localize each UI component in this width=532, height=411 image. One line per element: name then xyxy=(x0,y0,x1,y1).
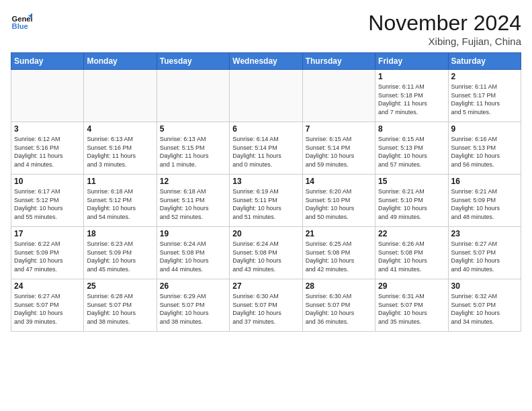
day-info: Sunrise: 6:29 AMSunset: 5:07 PMDaylight:… xyxy=(160,292,226,326)
day-number: 2 xyxy=(451,72,518,81)
day-number: 18 xyxy=(87,229,153,238)
day-number: 13 xyxy=(232,177,299,186)
calendar-cell: 8Sunrise: 6:15 AMSunset: 5:13 PMDaylight… xyxy=(375,122,448,175)
day-info: Sunrise: 6:18 AMSunset: 5:12 PMDaylight:… xyxy=(87,187,153,221)
calendar-cell: 16Sunrise: 6:21 AMSunset: 5:09 PMDayligh… xyxy=(448,175,521,227)
day-info: Sunrise: 6:27 AMSunset: 5:07 PMDaylight:… xyxy=(14,292,81,326)
calendar-week-4: 24Sunrise: 6:27 AMSunset: 5:07 PMDayligh… xyxy=(11,279,521,332)
day-info: Sunrise: 6:14 AMSunset: 5:14 PMDaylight:… xyxy=(232,135,299,169)
day-info: Sunrise: 6:21 AMSunset: 5:09 PMDaylight:… xyxy=(451,187,518,221)
calendar-cell: 3Sunrise: 6:12 AMSunset: 5:16 PMDaylight… xyxy=(11,122,84,175)
svg-text:Blue: Blue xyxy=(12,22,28,30)
day-number: 6 xyxy=(232,124,299,134)
day-number: 5 xyxy=(160,124,226,134)
day-info: Sunrise: 6:13 AMSunset: 5:15 PMDaylight:… xyxy=(160,135,226,169)
calendar-cell: 17Sunrise: 6:22 AMSunset: 5:09 PMDayligh… xyxy=(11,227,84,279)
col-monday: Monday xyxy=(84,53,157,70)
day-info: Sunrise: 6:19 AMSunset: 5:11 PMDaylight:… xyxy=(232,187,299,221)
calendar-cell: 4Sunrise: 6:13 AMSunset: 5:16 PMDaylight… xyxy=(84,122,157,175)
day-number: 29 xyxy=(378,281,445,291)
calendar-cell: 30Sunrise: 6:32 AMSunset: 5:07 PMDayligh… xyxy=(448,279,521,332)
calendar-cell xyxy=(11,70,84,122)
day-number: 27 xyxy=(232,281,299,291)
calendar-header-row: Sunday Monday Tuesday Wednesday Thursday… xyxy=(11,53,521,70)
calendar-cell xyxy=(302,70,375,122)
day-info: Sunrise: 6:30 AMSunset: 5:07 PMDaylight:… xyxy=(232,292,299,326)
calendar-cell xyxy=(230,70,302,122)
day-number: 17 xyxy=(14,229,81,238)
day-info: Sunrise: 6:15 AMSunset: 5:14 PMDaylight:… xyxy=(306,135,372,169)
day-info: Sunrise: 6:11 AMSunset: 5:18 PMDaylight:… xyxy=(378,83,445,116)
calendar-cell: 22Sunrise: 6:26 AMSunset: 5:08 PMDayligh… xyxy=(375,227,448,279)
calendar-cell: 23Sunrise: 6:27 AMSunset: 5:07 PMDayligh… xyxy=(448,227,521,279)
calendar-cell: 21Sunrise: 6:25 AMSunset: 5:08 PMDayligh… xyxy=(302,227,375,279)
calendar-cell: 9Sunrise: 6:16 AMSunset: 5:13 PMDaylight… xyxy=(448,122,521,175)
logo-icon: General Blue xyxy=(11,11,32,32)
day-info: Sunrise: 6:27 AMSunset: 5:07 PMDaylight:… xyxy=(451,240,518,273)
day-number: 20 xyxy=(232,229,299,238)
day-number: 22 xyxy=(378,229,445,238)
day-number: 12 xyxy=(160,177,226,186)
calendar-cell: 7Sunrise: 6:15 AMSunset: 5:14 PMDaylight… xyxy=(302,122,375,175)
calendar-cell: 14Sunrise: 6:20 AMSunset: 5:10 PMDayligh… xyxy=(302,175,375,227)
calendar-week-0: 1Sunrise: 6:11 AMSunset: 5:18 PMDaylight… xyxy=(11,70,521,122)
col-sunday: Sunday xyxy=(11,53,84,70)
calendar-cell: 18Sunrise: 6:23 AMSunset: 5:09 PMDayligh… xyxy=(84,227,157,279)
calendar-cell: 19Sunrise: 6:24 AMSunset: 5:08 PMDayligh… xyxy=(157,227,229,279)
day-info: Sunrise: 6:17 AMSunset: 5:12 PMDaylight:… xyxy=(14,187,81,221)
day-number: 7 xyxy=(306,124,372,134)
col-friday: Friday xyxy=(375,53,448,70)
day-number: 10 xyxy=(14,177,81,186)
calendar-cell: 2Sunrise: 6:11 AMSunset: 5:17 PMDaylight… xyxy=(448,70,521,122)
day-info: Sunrise: 6:22 AMSunset: 5:09 PMDaylight:… xyxy=(14,240,81,273)
col-tuesday: Tuesday xyxy=(157,53,229,70)
title-block: November 2024 Xibing, Fujian, China xyxy=(368,11,521,47)
day-info: Sunrise: 6:18 AMSunset: 5:11 PMDaylight:… xyxy=(160,187,226,221)
logo: General Blue xyxy=(11,11,32,32)
day-info: Sunrise: 6:12 AMSunset: 5:16 PMDaylight:… xyxy=(14,135,81,169)
calendar-cell: 15Sunrise: 6:21 AMSunset: 5:10 PMDayligh… xyxy=(375,175,448,227)
day-info: Sunrise: 6:24 AMSunset: 5:08 PMDaylight:… xyxy=(232,240,299,273)
day-number: 19 xyxy=(160,229,226,238)
day-number: 1 xyxy=(378,72,445,81)
day-number: 24 xyxy=(14,281,81,291)
day-info: Sunrise: 6:16 AMSunset: 5:13 PMDaylight:… xyxy=(451,135,518,169)
day-number: 14 xyxy=(306,177,372,186)
calendar-week-3: 17Sunrise: 6:22 AMSunset: 5:09 PMDayligh… xyxy=(11,227,521,279)
day-number: 3 xyxy=(14,124,81,134)
month-title: November 2024 xyxy=(368,11,521,36)
col-saturday: Saturday xyxy=(448,53,521,70)
day-number: 23 xyxy=(451,229,518,238)
calendar-table: Sunday Monday Tuesday Wednesday Thursday… xyxy=(11,52,521,332)
day-number: 25 xyxy=(87,281,153,291)
day-number: 11 xyxy=(87,177,153,186)
day-number: 30 xyxy=(451,281,518,291)
day-info: Sunrise: 6:26 AMSunset: 5:08 PMDaylight:… xyxy=(378,240,445,273)
day-info: Sunrise: 6:28 AMSunset: 5:07 PMDaylight:… xyxy=(87,292,153,326)
calendar-cell: 6Sunrise: 6:14 AMSunset: 5:14 PMDaylight… xyxy=(230,122,302,175)
calendar-cell: 10Sunrise: 6:17 AMSunset: 5:12 PMDayligh… xyxy=(11,175,84,227)
day-number: 16 xyxy=(451,177,518,186)
calendar-cell: 24Sunrise: 6:27 AMSunset: 5:07 PMDayligh… xyxy=(11,279,84,332)
day-info: Sunrise: 6:15 AMSunset: 5:13 PMDaylight:… xyxy=(378,135,445,169)
day-info: Sunrise: 6:31 AMSunset: 5:07 PMDaylight:… xyxy=(378,292,445,326)
calendar-cell: 29Sunrise: 6:31 AMSunset: 5:07 PMDayligh… xyxy=(375,279,448,332)
calendar-cell: 27Sunrise: 6:30 AMSunset: 5:07 PMDayligh… xyxy=(230,279,302,332)
day-info: Sunrise: 6:13 AMSunset: 5:16 PMDaylight:… xyxy=(87,135,153,169)
day-info: Sunrise: 6:24 AMSunset: 5:08 PMDaylight:… xyxy=(160,240,226,273)
day-info: Sunrise: 6:25 AMSunset: 5:08 PMDaylight:… xyxy=(306,240,372,273)
day-info: Sunrise: 6:11 AMSunset: 5:17 PMDaylight:… xyxy=(451,83,518,116)
day-number: 28 xyxy=(306,281,372,291)
col-thursday: Thursday xyxy=(302,53,375,70)
day-info: Sunrise: 6:20 AMSunset: 5:10 PMDaylight:… xyxy=(306,187,372,221)
calendar-cell: 1Sunrise: 6:11 AMSunset: 5:18 PMDaylight… xyxy=(375,70,448,122)
calendar-cell: 28Sunrise: 6:30 AMSunset: 5:07 PMDayligh… xyxy=(302,279,375,332)
col-wednesday: Wednesday xyxy=(230,53,302,70)
day-number: 15 xyxy=(378,177,445,186)
day-number: 4 xyxy=(87,124,153,134)
calendar-cell: 20Sunrise: 6:24 AMSunset: 5:08 PMDayligh… xyxy=(230,227,302,279)
day-info: Sunrise: 6:21 AMSunset: 5:10 PMDaylight:… xyxy=(378,187,445,221)
calendar-cell: 11Sunrise: 6:18 AMSunset: 5:12 PMDayligh… xyxy=(84,175,157,227)
location: Xibing, Fujian, China xyxy=(368,36,521,47)
day-info: Sunrise: 6:30 AMSunset: 5:07 PMDaylight:… xyxy=(306,292,372,326)
